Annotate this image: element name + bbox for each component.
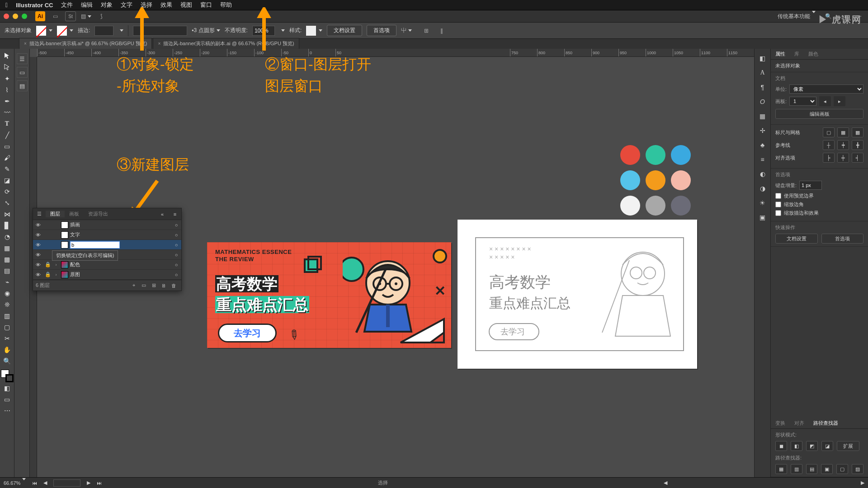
crop-icon[interactable]: ▣ bbox=[821, 464, 833, 474]
key-inc-input[interactable] bbox=[799, 181, 822, 190]
zoom-level[interactable]: 66.67% bbox=[4, 480, 26, 486]
align-tab[interactable]: 对齐 bbox=[790, 420, 809, 427]
perspective-tool-icon[interactable]: ▦ bbox=[1, 243, 13, 253]
pathfinder-tab[interactable]: 路径查找器 bbox=[809, 420, 843, 427]
panel-menu-icon[interactable]: ≡ bbox=[169, 211, 181, 217]
artboard-tool-icon[interactable]: ▢ bbox=[1, 322, 13, 333]
transform-tab[interactable]: 变换 bbox=[771, 420, 790, 427]
edit-toolbar-icon[interactable]: ⋯ bbox=[1, 405, 13, 416]
minus-front-icon[interactable]: ◧ bbox=[791, 441, 802, 451]
screen-mode-icon[interactable]: ▭ bbox=[1, 394, 13, 405]
color-tab[interactable]: 颜色 bbox=[804, 51, 823, 57]
layer-row[interactable]: 👁 插画○ bbox=[33, 220, 181, 230]
hand-tool-icon[interactable]: ✋ bbox=[1, 344, 13, 355]
eraser-tool-icon[interactable]: ◪ bbox=[1, 175, 13, 186]
doc-setup-button[interactable]: 文档设置 bbox=[327, 25, 362, 36]
menu-file[interactable]: 文件 bbox=[61, 1, 73, 9]
close-tab-icon[interactable]: × bbox=[158, 41, 160, 46]
visibility-icon[interactable]: 👁 bbox=[33, 232, 43, 238]
visibility-icon[interactable]: 👁 bbox=[33, 222, 43, 228]
layer-name-input[interactable] bbox=[70, 241, 120, 249]
brush-tool-icon[interactable]: 🖌 bbox=[1, 152, 13, 163]
gradient-tool-icon[interactable]: ▤ bbox=[1, 265, 13, 276]
ruler-toggle-icon[interactable]: ▢ bbox=[823, 127, 835, 137]
workspace-switcher[interactable]: 传统基本功能 bbox=[778, 13, 816, 20]
shaper-tool-icon[interactable]: ✎ bbox=[1, 164, 13, 174]
mesh-tool-icon[interactable]: ▩ bbox=[1, 254, 13, 265]
fill-stroke-indicator[interactable] bbox=[1, 370, 14, 382]
prev-artboard-icon[interactable]: ◂ bbox=[819, 96, 831, 106]
nav-first-icon[interactable]: ⏮ bbox=[32, 480, 37, 486]
st-icon[interactable]: St bbox=[65, 11, 76, 21]
new-layer-icon[interactable]: 🗎 bbox=[159, 283, 169, 288]
layers-dock-icon[interactable]: ☰ bbox=[17, 53, 28, 64]
apple-menu-icon[interactable]:  bbox=[5, 1, 8, 9]
expand-button[interactable]: 扩展 bbox=[837, 441, 859, 451]
outline-icon[interactable]: ▢ bbox=[836, 464, 848, 474]
free-transform-icon[interactable]: ▊ bbox=[1, 220, 13, 231]
stroke-swatch[interactable] bbox=[57, 26, 73, 36]
style-swatch[interactable] bbox=[306, 26, 322, 36]
quick-doc-setup-button[interactable]: 文档设置 bbox=[775, 234, 818, 244]
arrange-icon[interactable]: ▤ bbox=[80, 11, 91, 21]
graphic-styles-icon[interactable]: ▣ bbox=[757, 211, 769, 223]
align-to-icon[interactable]: 屮 bbox=[401, 26, 412, 36]
make-clip-icon[interactable]: ▭ bbox=[139, 282, 149, 288]
paragraph-panel-icon[interactable]: ¶ bbox=[757, 81, 769, 93]
pen-tool-icon[interactable]: ✒ bbox=[1, 96, 13, 107]
unit-select[interactable]: 像素 bbox=[789, 84, 863, 94]
window-traffic-lights[interactable] bbox=[4, 14, 27, 19]
grid-toggle-icon[interactable]: ▦ bbox=[837, 127, 849, 137]
curvature-tool-icon[interactable]: 〰 bbox=[1, 107, 13, 118]
assets-dock-icon[interactable]: ▤ bbox=[17, 80, 28, 91]
layers-panel[interactable]: ☰ 图层 画板 资源导出 « ≡ 👁 插画○ 👁 文字○ 👁 ○ 👁› ○ 👁🔒… bbox=[33, 208, 182, 291]
visibility-icon[interactable]: 👁 bbox=[33, 272, 43, 277]
asset-export-tab[interactable]: 资源导出 bbox=[84, 211, 113, 217]
smart-guides-icon[interactable]: ╋ bbox=[852, 140, 863, 150]
eyedropper-tool-icon[interactable]: ⌁ bbox=[1, 277, 13, 287]
align-center-icon[interactable]: ╪ bbox=[837, 153, 849, 163]
nav-next-icon[interactable]: ▶ bbox=[87, 480, 90, 486]
delete-layer-icon[interactable]: 🗑 bbox=[169, 283, 179, 288]
lock-icon[interactable]: 🔒 bbox=[43, 262, 53, 267]
visibility-icon[interactable]: 👁 bbox=[33, 262, 43, 267]
locate-layer-icon[interactable]: ⌖ bbox=[129, 282, 139, 288]
artboard-select[interactable]: 1 bbox=[789, 97, 816, 106]
app-name[interactable]: Illustrator CC bbox=[16, 2, 53, 9]
brushes-panel-icon[interactable]: ✢ bbox=[757, 125, 769, 136]
transparency-panel-icon[interactable]: ◑ bbox=[757, 183, 769, 194]
direct-select-tool-icon[interactable] bbox=[1, 62, 13, 73]
menu-window[interactable]: 窗口 bbox=[200, 1, 212, 9]
lasso-tool-icon[interactable]: ⌇ bbox=[1, 84, 13, 95]
appearance-panel-icon[interactable]: ☀ bbox=[757, 197, 769, 209]
quick-prefs-button[interactable]: 首选项 bbox=[821, 234, 864, 244]
target-icon[interactable]: ○ bbox=[171, 222, 181, 228]
width-tool-icon[interactable]: ⋈ bbox=[1, 209, 13, 220]
fill-swatch[interactable] bbox=[36, 26, 52, 36]
brush-def[interactable]: • 3 点圆形 bbox=[192, 27, 220, 34]
layer-row[interactable]: 👁🔒› 原图○ bbox=[33, 270, 181, 280]
type-tool-icon[interactable]: T bbox=[1, 118, 13, 129]
scale-tool-icon[interactable]: ⤡ bbox=[1, 197, 13, 208]
doc-tab-2[interactable]: ×描边风-banner演示稿的副本.ai @ 66.67% (RGB/GPU 预… bbox=[153, 38, 299, 49]
next-artboard-icon[interactable]: ▸ bbox=[834, 96, 845, 106]
layers-panel-icon[interactable]: ☰ bbox=[33, 211, 46, 217]
guides-lock-icon[interactable]: ┿ bbox=[837, 140, 849, 150]
magic-wand-tool-icon[interactable]: ✦ bbox=[1, 73, 13, 84]
shape-builder-icon[interactable]: ◔ bbox=[1, 231, 13, 242]
slice-tool-icon[interactable]: ✂ bbox=[1, 333, 13, 344]
stroke-dd[interactable] bbox=[120, 29, 123, 32]
lock-icon[interactable]: 🔒 bbox=[43, 272, 53, 277]
intersect-icon[interactable]: ◩ bbox=[806, 441, 818, 451]
doc-tab-1[interactable]: ×描边风-banner演示稿.ai* @ 66.67% (RGB/GPU 预览) bbox=[19, 38, 152, 49]
more-icon[interactable]: ‖ bbox=[436, 26, 447, 36]
zoom-tool-icon[interactable]: 🔍 bbox=[1, 356, 13, 366]
prefs-button[interactable]: 首选项 bbox=[367, 25, 396, 36]
rotate-tool-icon[interactable]: ⟳ bbox=[1, 186, 13, 197]
artboards-dock-icon[interactable]: ▭ bbox=[17, 67, 28, 78]
libraries-tab[interactable]: 库 bbox=[790, 51, 804, 57]
symbol-spray-icon[interactable]: ❊ bbox=[1, 299, 13, 310]
divide-icon[interactable]: ▦ bbox=[775, 464, 787, 474]
artboard-nav-input[interactable] bbox=[53, 479, 80, 487]
merge-icon[interactable]: ▤ bbox=[806, 464, 818, 474]
